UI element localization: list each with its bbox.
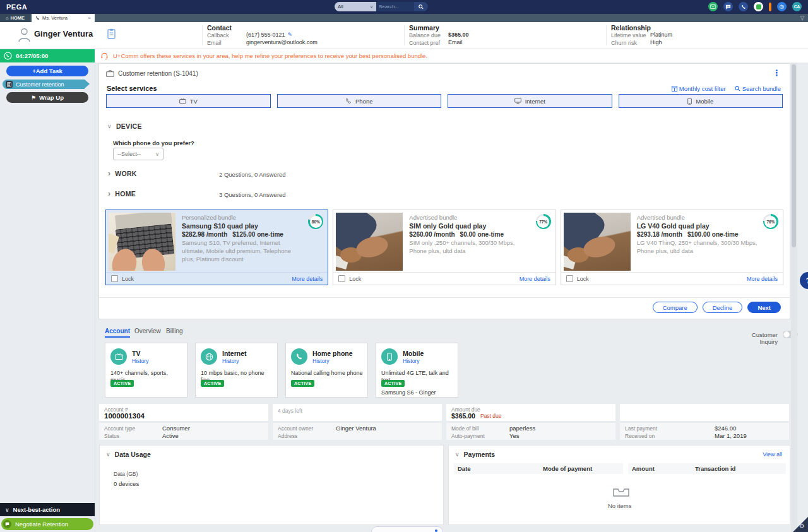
chevron-down-icon: ∨ <box>106 451 110 458</box>
scrollbar-thumb[interactable] <box>792 64 796 247</box>
search-input[interactable] <box>376 4 417 9</box>
monthly-cost-filter-link[interactable]: Monthly cost filter <box>672 85 726 92</box>
search-bundle-link[interactable]: Search bundle <box>735 85 781 92</box>
lock-checkbox[interactable] <box>338 275 345 282</box>
lock-label: Lock <box>349 276 361 282</box>
lock-label: Lock <box>577 276 589 282</box>
cost-filter-icon <box>672 86 677 92</box>
chat-icon[interactable] <box>723 2 733 11</box>
next-button[interactable]: Next <box>747 302 781 313</box>
account-band-spacer <box>620 404 789 421</box>
search-icon <box>419 4 424 9</box>
email-value[interactable]: gingerventura@outlook.com <box>246 39 318 45</box>
status-bar-icon[interactable] <box>769 3 771 11</box>
tab-account[interactable]: Account <box>105 328 130 334</box>
bundle-description: SIM only ,250+ channels, 300/30 Mbps, Ph… <box>409 239 531 256</box>
lifetime-value: Platinum <box>650 32 672 38</box>
pega-logo: PEGA <box>6 3 27 11</box>
device-question: Which phone do you prefer? <box>113 139 194 146</box>
bundle-card-lg-v40-gold[interactable]: Advertised bundle LG V40 Gold quad play … <box>561 210 783 285</box>
filter-funnel-icon[interactable] <box>800 16 805 21</box>
mobile-icon <box>381 348 398 365</box>
apps-icon[interactable] <box>754 2 763 11</box>
divider <box>404 25 405 45</box>
billing-mode-block: Mode of bill paperless Auto-payment Yes <box>446 423 615 440</box>
service-button-tv[interactable]: TV <box>106 94 271 108</box>
more-details-link[interactable]: More details <box>520 276 550 282</box>
history-link[interactable]: History <box>132 358 148 364</box>
balance-value: $365.00 <box>448 32 469 38</box>
history-link[interactable]: History <box>222 358 239 364</box>
wrap-up-button[interactable]: ⚑ Wrap Up <box>6 92 88 103</box>
tv-icon <box>179 98 186 104</box>
add-task-button[interactable]: +Add Task <box>6 66 88 76</box>
lock-label: Lock <box>122 276 134 282</box>
home-accordion[interactable]: › HOME <box>108 190 136 198</box>
chat-bubble-icon <box>3 520 11 528</box>
callback-value: (617) 555-0121 <box>246 32 285 38</box>
payments-header[interactable]: ∨ Payments <box>455 451 495 458</box>
kebab-menu-icon[interactable]: ⋮ <box>773 69 781 77</box>
negotiate-retention-button[interactable]: Negotiate Retention <box>1 518 93 530</box>
account-type: Consumer <box>162 425 190 432</box>
tab-billing[interactable]: Billing <box>166 328 183 334</box>
sidebar-item-customer-retention[interactable]: Customer retention <box>3 80 85 89</box>
status-badge: ACTIVE <box>110 380 134 387</box>
tab-overview[interactable]: Overview <box>134 328 161 334</box>
bundle-description: LG V40 ThinQ, 250+ channels, 300/30 Mbps… <box>637 239 759 256</box>
call-timer-value: 04:27/05:00 <box>16 52 48 59</box>
past-due-flag: Past due <box>480 413 502 419</box>
data-usage-header[interactable]: ∨ Data Usage <box>106 451 151 458</box>
lock-checkbox[interactable] <box>566 275 573 282</box>
search-field-wrap <box>376 2 414 11</box>
service-button-internet[interactable]: Internet <box>448 94 612 108</box>
col-mode: Mode of payment <box>543 465 592 472</box>
select-services-label: Select services <box>107 85 157 92</box>
gear-icon[interactable]: ⚙ <box>799 523 805 529</box>
next-best-action-header[interactable]: ∨ Next-best-action <box>0 503 95 516</box>
more-details-link[interactable]: More details <box>747 276 778 282</box>
cutoff-pill-button[interactable] <box>371 526 443 532</box>
service-button-phone[interactable]: Phone <box>277 94 442 108</box>
history-link[interactable]: History <box>312 358 329 364</box>
tab-home[interactable]: ⌂ HOME <box>0 14 30 22</box>
decline-button[interactable]: Decline <box>703 302 743 313</box>
view-all-link[interactable]: View all <box>763 451 782 458</box>
tab-case-ms-ventura[interactable]: Ms. Ventura × <box>32 14 95 22</box>
email-label: Email <box>207 40 222 46</box>
history-link[interactable]: History <box>403 358 419 364</box>
search-scope-select[interactable]: All ∨ <box>335 2 376 11</box>
email-icon[interactable] <box>708 2 718 11</box>
bundle-image <box>109 213 175 271</box>
col-amount: Amount <box>632 465 695 472</box>
last-payment-block: Last payment $246.00 Received on Mar 1, … <box>620 423 789 440</box>
user-avatar[interactable]: CA <box>792 2 802 11</box>
robot-assistant-icon[interactable] <box>777 2 787 11</box>
offer-banner-text: U+Comm offers these services in your are… <box>113 52 427 59</box>
work-accordion[interactable]: › WORK <box>108 170 137 177</box>
balance-label: Balance due <box>409 32 441 38</box>
device-accordion[interactable]: ∨ DEVICE <box>107 122 142 130</box>
close-tab-icon[interactable]: × <box>88 15 91 21</box>
auto-payment: Yes <box>509 432 520 439</box>
bundle-card-sim-only-gold[interactable]: Advertised bundle SIM only Gold quad pla… <box>333 210 556 285</box>
pencil-icon[interactable]: ✎ <box>288 32 293 38</box>
bundle-price: $282.98 /month$125.00 one-time <box>182 231 304 238</box>
bundle-card-samsung-s10[interactable]: Personalized bundle Samsung S10 quad pla… <box>105 210 328 285</box>
help-button[interactable]: ? <box>800 272 808 289</box>
clipboard-icon[interactable] <box>107 28 116 39</box>
phone-icon[interactable] <box>739 2 748 11</box>
service-button-mobile[interactable]: Mobile <box>619 94 783 108</box>
device-owner: Samsung S6 - Ginger <box>381 389 436 396</box>
search-submit[interactable] <box>414 2 428 11</box>
account-status: Active <box>162 432 179 439</box>
more-details-link[interactable]: More details <box>292 276 323 282</box>
customer-inquiry-label: Customer Inquiry <box>737 331 778 345</box>
search-icon <box>735 86 740 92</box>
received-on: Mar 1, 2019 <box>715 432 747 439</box>
lock-checkbox[interactable] <box>111 275 118 282</box>
briefcase-icon <box>106 70 114 77</box>
customer-name: Ginger Ventura <box>34 29 93 38</box>
compare-button[interactable]: Compare <box>653 302 698 313</box>
phone-preference-select[interactable]: --Select-- ∨ <box>113 148 163 160</box>
